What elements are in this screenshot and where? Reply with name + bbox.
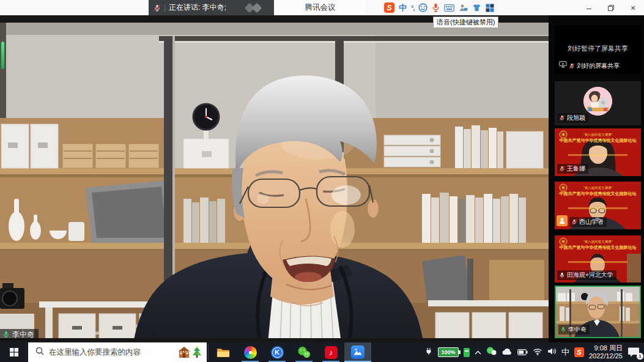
speaker-video-scene [0,15,549,342]
avatar [583,87,612,116]
restore-button[interactable] [600,0,622,15]
device-battery-icon[interactable] [464,348,470,357]
clock-date: 2022/12/25 [589,352,623,360]
banner-line2: 中国共产党与中华优秀传统文化国际论坛 [555,245,641,251]
clock-time: 9:08 周日 [589,344,623,352]
file-explorer-icon [217,347,230,358]
app-wechat[interactable] [291,342,317,362]
volume-icon[interactable] [547,347,557,358]
action-center-button[interactable]: 1 [627,347,641,358]
banner-line2: 中国共产党与中华优秀传统文化国际论坛 [555,138,641,144]
taskbar-clock[interactable]: 9:08 周日 2022/12/25 [589,344,623,360]
tray-chevron-icon[interactable] [475,347,481,358]
app-netease-music[interactable]: ♪ [317,342,344,362]
start-button[interactable] [0,342,28,362]
banner-smallprint [568,261,627,263]
tile-participant-wangluna[interactable]: “第六届问道玉渊潭” 中国共产党与中华优秀传统文化国际论坛 王鲁娜 [555,128,641,176]
participant-name: 王鲁娜 [567,164,585,173]
tab-app-label: 腾讯会议 [305,2,336,13]
screen-share-icon [559,61,567,70]
mic-active-icon [560,327,566,333]
minimize-button[interactable]: – [578,0,600,15]
ime-punctuation-icon[interactable]: °, [411,2,414,13]
mic-muted-icon [559,166,565,172]
sogou-ime-toolbar: S 中 °, [384,0,494,15]
onedrive-cloud-icon[interactable] [502,347,513,358]
window-controls: – × [578,0,644,15]
participant-name-chip: 田海观+河北大学 [557,270,616,280]
main-video[interactable]: 李中奇 [0,15,549,342]
hand-raised-badge [557,215,568,226]
speaker-name: 李中奇 [12,330,34,339]
participant-name: 田海观+河北大学 [567,271,613,279]
ime-lang-icon[interactable]: 中 [399,2,407,13]
tile-participant-tianhai[interactable]: “第六届问道玉渊潭” 中国共产党与中华优秀传统文化国际论坛 田海观+河北大学 [555,235,641,283]
photos-pinwheel-icon [244,346,257,359]
ime-grid-icon[interactable] [486,2,494,13]
banner-line1: “第六届问道玉渊潭” [555,240,641,244]
tab-active-call[interactable]: 正在讲话: 李中奇; [149,0,274,15]
speaker-name-chip: 李中奇 [0,329,39,340]
battery-tray-icon[interactable] [517,347,528,358]
taskbar-apps: K ♪ [210,342,371,362]
window-titlebar: 正在讲话: 李中奇; 腾讯会议 S 中 °, – × [0,0,644,15]
mic-muted-icon [154,4,161,12]
battery-status-badge[interactable]: 100% [438,347,459,357]
ime-skin-icon[interactable] [472,2,481,13]
banner-line2: 中国共产党与中华优秀传统文化国际论坛 [555,191,641,197]
participant-name: 段旭颖 [567,114,585,122]
participant-name-chip: 王鲁娜 [557,164,588,174]
sogou-tray-icon[interactable]: S [574,347,584,357]
ime-toolbox-icon[interactable] [459,2,468,13]
windows-taskbar: 在这里输入你要搜索的内容 [0,342,644,362]
tile-participant-lizhongqi-active[interactable]: 李中奇 [555,286,641,338]
mic-active-icon [2,331,10,338]
audio-level-meter [1,42,4,69]
power-plug-icon[interactable] [424,347,433,358]
mic-muted-icon [571,219,577,225]
app-file-explorer[interactable] [210,342,237,362]
ime-voice-tooltip: 语音(快捷键被禁用) [433,17,498,28]
participant-name-chip: 西山学者 [569,217,607,227]
mic-unmuted-icon [559,272,565,278]
system-tray: 100% 中 S 9:08 周日 2022/12/25 1 [424,342,644,362]
ime-tray-lang[interactable]: 中 [561,347,569,358]
participant-name-chip: 段旭颖 [557,113,588,123]
participant-name-chip: 李中奇 [558,325,590,334]
tab-tencent-meeting[interactable]: 腾讯会议 [274,0,367,15]
k-app-icon: K [271,346,284,359]
netease-music-icon: ♪ [325,346,338,359]
banner-line1: “第六届问道玉渊潭” [555,133,641,137]
banner-line1: “第六届问道玉渊潭” [555,186,641,190]
close-button[interactable]: × [622,0,644,15]
tencent-meeting-logo-icon [243,3,268,13]
windows-logo-icon [10,348,18,356]
participants-sidebar: 刘好暂停了屏幕共享 刘好的屏幕共享 [549,15,644,342]
ime-keyboard-icon[interactable] [444,2,454,13]
sogou-logo-icon[interactable]: S [384,2,394,13]
taskbar-search[interactable]: 在这里输入你要搜索的内容 [28,342,207,362]
ime-voice-icon[interactable] [432,2,440,13]
taskbar-separator [208,345,209,360]
app-tencent-meeting[interactable] [344,342,371,362]
app-photos[interactable] [237,342,264,362]
app-kdocs[interactable]: K [264,342,291,362]
tile-participant-duanxuying[interactable]: 段旭颖 [555,81,641,125]
notification-count-badge: 1 [637,353,643,360]
share-paused-message: 刘好暂停了屏幕共享 [555,44,641,53]
search-placeholder: 在这里输入你要搜索的内容 [49,347,172,358]
banner-smallprint [568,154,627,156]
participant-name: 李中奇 [568,325,587,334]
wechat-icon [297,346,311,358]
wifi-icon[interactable] [533,347,542,358]
gingerbread-house-icon [177,346,191,358]
wechat-tray-icon[interactable] [486,347,497,358]
speaking-now-label: 正在讲话: 李中奇; [169,2,226,13]
ime-emoji-icon[interactable] [418,2,427,13]
mic-muted-icon [559,115,565,121]
christmas-tree-icon [192,346,202,359]
participant-name: 刘好的屏幕共享 [577,62,620,70]
tile-screen-share[interactable]: 刘好暂停了屏幕共享 刘好的屏幕共享 [555,26,641,73]
tab-divider [165,4,165,12]
tile-participant-xishanxuezhe[interactable]: “第六届问道玉渊潭” 中国共产党与中华优秀传统文化国际论坛 西山学者 [555,182,641,229]
